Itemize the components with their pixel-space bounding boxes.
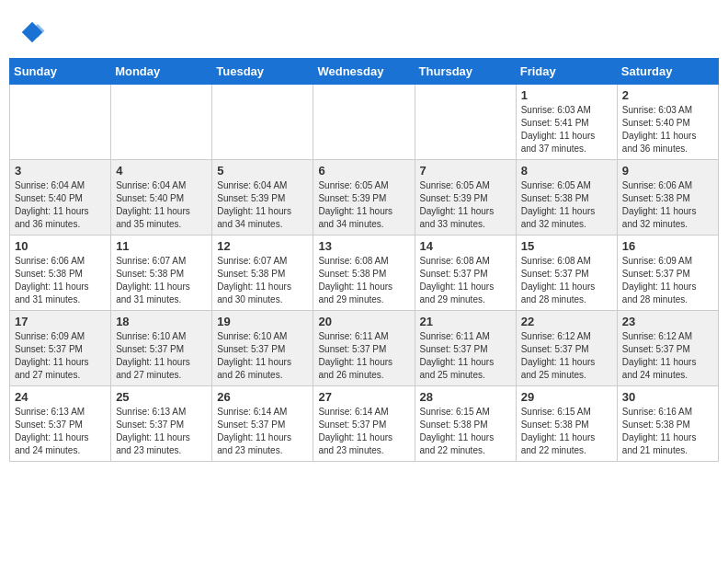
day-number: 7 [420,164,511,178]
calendar-day-8: 8Sunrise: 6:05 AM Sunset: 5:38 PM Daylig… [516,160,617,236]
calendar-empty-cell [415,85,516,160]
day-number: 10 [15,239,106,253]
calendar-day-2: 2Sunrise: 6:03 AM Sunset: 5:40 PM Daylig… [617,85,718,160]
day-number: 19 [217,315,308,328]
day-number: 1 [521,88,612,102]
day-number: 21 [420,315,511,328]
day-info: Sunrise: 6:08 AM Sunset: 5:37 PM Dayligh… [420,255,511,306]
header [9,9,719,51]
calendar-day-6: 6Sunrise: 6:05 AM Sunset: 5:39 PM Daylig… [313,160,415,236]
day-number: 11 [116,239,207,253]
day-number: 28 [420,390,511,404]
weekday-header-sunday: Sunday [10,59,111,85]
day-info: Sunrise: 6:11 AM Sunset: 5:37 PM Dayligh… [318,330,409,382]
day-info: Sunrise: 6:03 AM Sunset: 5:41 PM Dayligh… [521,104,612,155]
day-number: 12 [217,239,308,253]
generalblue-icon [18,18,46,46]
day-number: 24 [15,390,106,404]
day-info: Sunrise: 6:09 AM Sunset: 5:37 PM Dayligh… [622,255,713,306]
calendar-week-row: 17Sunrise: 6:09 AM Sunset: 5:37 PM Dayli… [10,311,719,386]
day-number: 25 [116,390,207,404]
day-info: Sunrise: 6:05 AM Sunset: 5:39 PM Dayligh… [420,179,511,231]
day-info: Sunrise: 6:10 AM Sunset: 5:37 PM Dayligh… [116,330,207,382]
day-info: Sunrise: 6:13 AM Sunset: 5:37 PM Dayligh… [116,406,207,457]
day-info: Sunrise: 6:08 AM Sunset: 5:37 PM Dayligh… [521,255,612,306]
day-info: Sunrise: 6:14 AM Sunset: 5:37 PM Dayligh… [217,406,308,457]
calendar-day-22: 22Sunrise: 6:12 AM Sunset: 5:37 PM Dayli… [516,311,617,386]
day-info: Sunrise: 6:05 AM Sunset: 5:39 PM Dayligh… [318,179,409,231]
calendar-day-4: 4Sunrise: 6:04 AM Sunset: 5:40 PM Daylig… [111,160,212,236]
day-info: Sunrise: 6:13 AM Sunset: 5:37 PM Dayligh… [15,406,106,457]
day-info: Sunrise: 6:06 AM Sunset: 5:38 PM Dayligh… [15,255,106,306]
calendar-day-24: 24Sunrise: 6:13 AM Sunset: 5:37 PM Dayli… [10,386,111,462]
weekday-header-row: SundayMondayTuesdayWednesdayThursdayFrid… [10,59,719,85]
calendar-day-5: 5Sunrise: 6:04 AM Sunset: 5:39 PM Daylig… [212,160,313,236]
calendar-day-26: 26Sunrise: 6:14 AM Sunset: 5:37 PM Dayli… [212,386,313,462]
calendar-day-18: 18Sunrise: 6:10 AM Sunset: 5:37 PM Dayli… [111,311,212,386]
day-number: 5 [217,164,308,178]
calendar-day-19: 19Sunrise: 6:10 AM Sunset: 5:37 PM Dayli… [212,311,313,386]
calendar-day-16: 16Sunrise: 6:09 AM Sunset: 5:37 PM Dayli… [617,236,718,311]
day-number: 3 [15,164,106,178]
calendar-empty-cell [212,85,313,160]
day-number: 23 [622,315,713,328]
calendar-day-13: 13Sunrise: 6:08 AM Sunset: 5:38 PM Dayli… [313,236,415,311]
day-info: Sunrise: 6:09 AM Sunset: 5:37 PM Dayligh… [15,330,106,382]
calendar-day-20: 20Sunrise: 6:11 AM Sunset: 5:37 PM Dayli… [313,311,415,386]
calendar-day-17: 17Sunrise: 6:09 AM Sunset: 5:37 PM Dayli… [10,311,111,386]
day-number: 17 [15,315,106,328]
calendar-empty-cell [111,85,212,160]
calendar-day-29: 29Sunrise: 6:15 AM Sunset: 5:38 PM Dayli… [516,386,617,462]
calendar-day-15: 15Sunrise: 6:08 AM Sunset: 5:37 PM Dayli… [516,236,617,311]
day-number: 15 [521,239,612,253]
calendar-empty-cell [313,85,415,160]
day-number: 9 [622,164,713,178]
day-info: Sunrise: 6:04 AM Sunset: 5:40 PM Dayligh… [116,179,207,231]
calendar-day-9: 9Sunrise: 6:06 AM Sunset: 5:38 PM Daylig… [617,160,718,236]
day-info: Sunrise: 6:07 AM Sunset: 5:38 PM Dayligh… [116,255,207,306]
day-info: Sunrise: 6:05 AM Sunset: 5:38 PM Dayligh… [521,179,612,231]
weekday-header-monday: Monday [111,59,212,85]
calendar-day-1: 1Sunrise: 6:03 AM Sunset: 5:41 PM Daylig… [516,85,617,160]
day-number: 6 [318,164,409,178]
day-info: Sunrise: 6:11 AM Sunset: 5:37 PM Dayligh… [420,330,511,382]
calendar-table: SundayMondayTuesdayWednesdayThursdayFrid… [9,58,719,462]
weekday-header-thursday: Thursday [415,59,516,85]
day-info: Sunrise: 6:12 AM Sunset: 5:37 PM Dayligh… [521,330,612,382]
day-number: 18 [116,315,207,328]
day-info: Sunrise: 6:10 AM Sunset: 5:37 PM Dayligh… [217,330,308,382]
weekday-header-tuesday: Tuesday [212,59,313,85]
calendar-week-row: 10Sunrise: 6:06 AM Sunset: 5:38 PM Dayli… [10,236,719,311]
calendar-day-14: 14Sunrise: 6:08 AM Sunset: 5:37 PM Dayli… [415,236,516,311]
calendar-day-3: 3Sunrise: 6:04 AM Sunset: 5:40 PM Daylig… [10,160,111,236]
day-info: Sunrise: 6:14 AM Sunset: 5:37 PM Dayligh… [318,406,409,457]
day-number: 30 [622,390,713,404]
calendar-day-21: 21Sunrise: 6:11 AM Sunset: 5:37 PM Dayli… [415,311,516,386]
calendar-day-7: 7Sunrise: 6:05 AM Sunset: 5:39 PM Daylig… [415,160,516,236]
day-info: Sunrise: 6:04 AM Sunset: 5:39 PM Dayligh… [217,179,308,231]
day-number: 14 [420,239,511,253]
calendar-day-27: 27Sunrise: 6:14 AM Sunset: 5:37 PM Dayli… [313,386,415,462]
day-number: 27 [318,390,409,404]
day-info: Sunrise: 6:15 AM Sunset: 5:38 PM Dayligh… [420,406,511,457]
weekday-header-friday: Friday [516,59,617,85]
day-number: 8 [521,164,612,178]
weekday-header-saturday: Saturday [617,59,718,85]
day-number: 13 [318,239,409,253]
day-number: 2 [622,88,713,102]
calendar-day-10: 10Sunrise: 6:06 AM Sunset: 5:38 PM Dayli… [10,236,111,311]
calendar-day-25: 25Sunrise: 6:13 AM Sunset: 5:37 PM Dayli… [111,386,212,462]
day-number: 4 [116,164,207,178]
day-info: Sunrise: 6:07 AM Sunset: 5:38 PM Dayligh… [217,255,308,306]
day-info: Sunrise: 6:08 AM Sunset: 5:38 PM Dayligh… [318,255,409,306]
calendar-day-12: 12Sunrise: 6:07 AM Sunset: 5:38 PM Dayli… [212,236,313,311]
day-info: Sunrise: 6:16 AM Sunset: 5:38 PM Dayligh… [622,406,713,457]
day-info: Sunrise: 6:06 AM Sunset: 5:38 PM Dayligh… [622,179,713,231]
calendar-week-row: 1Sunrise: 6:03 AM Sunset: 5:41 PM Daylig… [10,85,719,160]
calendar-day-30: 30Sunrise: 6:16 AM Sunset: 5:38 PM Dayli… [617,386,718,462]
day-number: 16 [622,239,713,253]
day-number: 26 [217,390,308,404]
logo [18,18,50,46]
calendar-week-row: 3Sunrise: 6:04 AM Sunset: 5:40 PM Daylig… [10,160,719,236]
day-number: 22 [521,315,612,328]
